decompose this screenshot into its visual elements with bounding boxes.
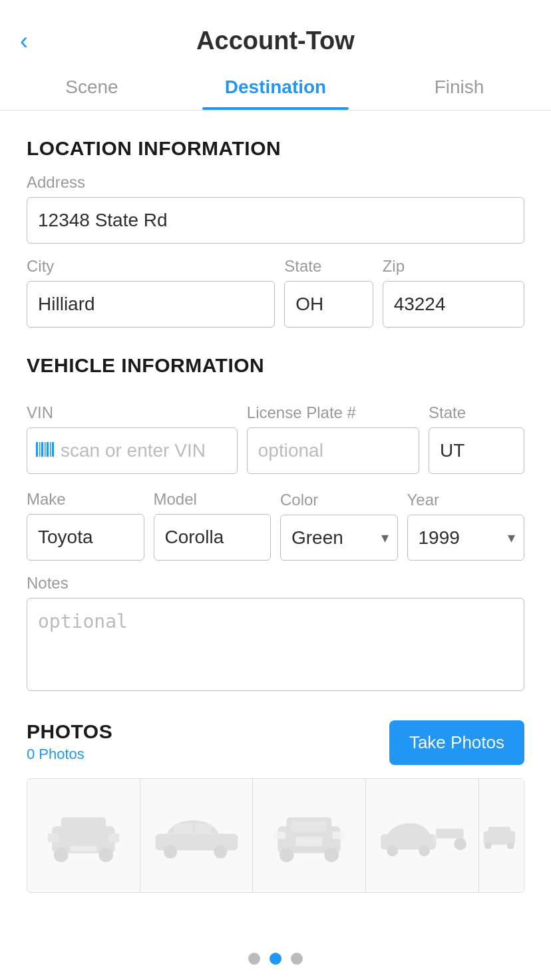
tab-finish[interactable]: Finish bbox=[367, 69, 551, 110]
plate-label: License Plate # bbox=[247, 403, 419, 422]
svg-rect-11 bbox=[47, 834, 58, 842]
pagination-dot-3[interactable] bbox=[291, 953, 303, 965]
svg-point-29 bbox=[419, 845, 430, 856]
photo-cell-extra[interactable] bbox=[479, 779, 524, 892]
zip-col: Zip bbox=[383, 244, 524, 328]
svg-rect-3 bbox=[45, 442, 46, 457]
svg-rect-12 bbox=[108, 834, 119, 842]
year-col: Year 1999 2000 2005 2010 2015 2020 ▾ bbox=[407, 477, 525, 561]
svg-point-37 bbox=[506, 842, 514, 849]
svg-rect-32 bbox=[433, 836, 436, 842]
city-label: City bbox=[27, 257, 275, 276]
make-col: Make bbox=[27, 477, 144, 561]
zip-label: Zip bbox=[383, 257, 524, 276]
photo-cell-tow[interactable] bbox=[366, 779, 479, 892]
svg-point-22 bbox=[325, 848, 339, 863]
svg-rect-8 bbox=[61, 818, 106, 836]
photo-grid bbox=[27, 778, 524, 893]
photos-header: PHOTOS 0 Photos Take Photos bbox=[27, 720, 524, 765]
svg-rect-25 bbox=[295, 838, 322, 846]
location-section-title: LOCATION INFORMATION bbox=[27, 137, 524, 160]
photos-count: 0 Photos bbox=[27, 746, 112, 763]
svg-rect-35 bbox=[488, 826, 510, 835]
take-photos-button[interactable]: Take Photos bbox=[389, 720, 524, 765]
pagination-dots bbox=[0, 933, 551, 980]
svg-rect-5 bbox=[50, 442, 51, 457]
city-state-zip-row: City State Zip bbox=[27, 244, 524, 328]
city-col: City bbox=[27, 244, 275, 328]
svg-rect-23 bbox=[274, 832, 286, 839]
zip-input[interactable] bbox=[383, 281, 524, 328]
plate-state-col: State bbox=[429, 390, 524, 474]
state-label: State bbox=[284, 257, 373, 276]
photo-cell-side[interactable] bbox=[140, 779, 254, 892]
city-input[interactable] bbox=[27, 281, 275, 328]
car-tow-placeholder bbox=[377, 796, 467, 875]
vin-input[interactable] bbox=[27, 427, 238, 474]
address-label: Address bbox=[27, 173, 524, 192]
plate-input[interactable] bbox=[247, 427, 419, 474]
svg-rect-0 bbox=[36, 442, 38, 457]
back-button[interactable]: ‹ bbox=[20, 29, 28, 53]
vin-col: VIN bbox=[27, 390, 238, 474]
model-col: Model bbox=[154, 477, 272, 561]
svg-rect-17 bbox=[174, 824, 192, 834]
svg-rect-2 bbox=[41, 442, 43, 457]
main-content: LOCATION INFORMATION Address City State … bbox=[0, 111, 551, 933]
model-label: Model bbox=[154, 490, 272, 509]
pagination-dot-2[interactable] bbox=[270, 953, 281, 965]
svg-point-36 bbox=[484, 842, 492, 849]
address-input[interactable] bbox=[27, 197, 524, 244]
make-label: Make bbox=[27, 490, 144, 509]
vin-plate-row: VIN License Plate # bbox=[27, 390, 524, 474]
svg-rect-30 bbox=[436, 828, 464, 838]
photos-section-title: PHOTOS bbox=[27, 720, 112, 743]
make-input[interactable] bbox=[27, 514, 144, 561]
plate-col: License Plate # bbox=[247, 390, 419, 474]
tab-bar: Scene Destination Finish bbox=[0, 55, 551, 111]
svg-rect-4 bbox=[47, 442, 49, 457]
state-input[interactable] bbox=[284, 281, 373, 328]
header: ‹ Account-Tow bbox=[0, 0, 551, 55]
car-rear-placeholder bbox=[39, 796, 128, 875]
barcode-icon bbox=[36, 440, 55, 461]
car-side-placeholder bbox=[152, 796, 242, 875]
notes-label: Notes bbox=[27, 574, 524, 593]
color-select[interactable]: Green Red Blue White Black Silver bbox=[280, 515, 398, 561]
color-col: Color Green Red Blue White Black Silver … bbox=[280, 477, 398, 561]
svg-rect-18 bbox=[195, 824, 212, 834]
car-extra-placeholder bbox=[479, 796, 522, 875]
vin-label: VIN bbox=[27, 403, 238, 422]
vin-wrapper bbox=[27, 427, 238, 474]
make-model-color-year-row: Make Model Color Green Red Blue White Bl… bbox=[27, 477, 524, 561]
state-col: State bbox=[284, 244, 373, 328]
plate-state-label: State bbox=[429, 403, 524, 422]
year-select[interactable]: 1999 2000 2005 2010 2015 2020 bbox=[407, 515, 525, 561]
photos-title-block: PHOTOS 0 Photos bbox=[27, 720, 112, 763]
svg-point-21 bbox=[279, 848, 294, 863]
model-input[interactable] bbox=[154, 514, 272, 561]
photo-cell-rear[interactable] bbox=[27, 779, 140, 892]
svg-point-10 bbox=[98, 848, 113, 863]
color-label: Color bbox=[280, 491, 398, 509]
year-select-wrapper: 1999 2000 2005 2010 2015 2020 ▾ bbox=[407, 515, 525, 561]
svg-rect-24 bbox=[333, 832, 345, 839]
photo-cell-front[interactable] bbox=[253, 779, 366, 892]
color-select-wrapper: Green Red Blue White Black Silver ▾ bbox=[280, 515, 398, 561]
svg-point-28 bbox=[387, 845, 398, 856]
pagination-dot-1[interactable] bbox=[248, 953, 260, 965]
notes-textarea[interactable] bbox=[27, 598, 524, 691]
svg-point-9 bbox=[54, 848, 69, 863]
svg-rect-13 bbox=[70, 846, 96, 852]
svg-rect-1 bbox=[39, 442, 41, 457]
app-title: Account-Tow bbox=[196, 27, 355, 55]
car-front-placeholder bbox=[264, 796, 354, 875]
svg-rect-26 bbox=[291, 821, 327, 832]
vehicle-section-title: VEHICLE INFORMATION bbox=[27, 354, 524, 377]
plate-state-input[interactable] bbox=[429, 427, 524, 474]
year-label: Year bbox=[407, 491, 525, 509]
tab-destination[interactable]: Destination bbox=[184, 69, 367, 110]
svg-point-31 bbox=[454, 838, 466, 850]
svg-rect-6 bbox=[52, 442, 54, 457]
tab-scene[interactable]: Scene bbox=[0, 69, 184, 110]
